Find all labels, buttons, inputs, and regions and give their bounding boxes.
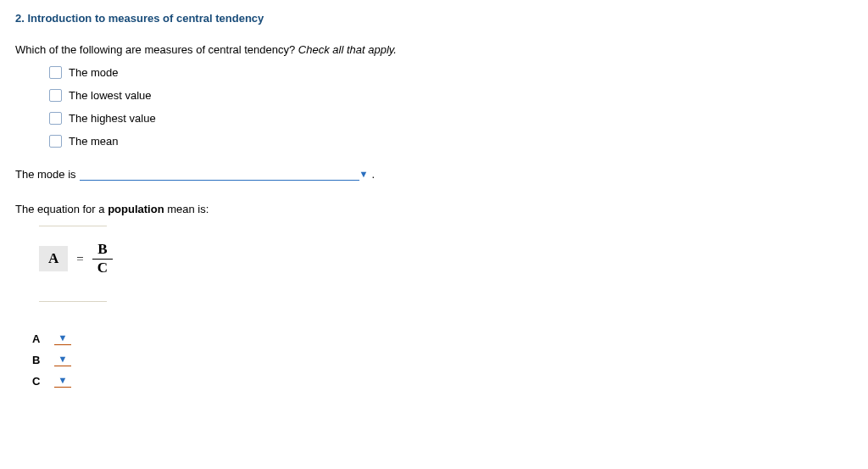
divider: [39, 226, 107, 226]
fill-trail-text: .: [371, 168, 375, 181]
variable-row: B ▼: [32, 354, 853, 366]
equals-sign: =: [76, 252, 83, 266]
checkbox-icon[interactable]: [49, 66, 62, 79]
equation-intro-t1: The equation for a: [15, 203, 108, 215]
checkbox-label: The mean: [69, 135, 119, 148]
variable-dropdown[interactable]: ▼: [54, 376, 71, 388]
dropdown-underline: [54, 344, 71, 345]
variable-dropdown[interactable]: ▼: [54, 355, 71, 366]
checkbox-option[interactable]: The lowest value: [49, 89, 853, 102]
question-prompt: Which of the following are measures of c…: [15, 43, 853, 56]
dropdown-blank[interactable]: [80, 168, 359, 181]
divider: [39, 301, 107, 302]
dropdown-underline: [54, 366, 71, 366]
chevron-down-icon: ▼: [58, 355, 68, 364]
fraction-denominator: C: [92, 259, 113, 276]
variable-row: C ▼: [32, 375, 853, 388]
checkbox-label: The mode: [69, 66, 119, 79]
checkbox-option[interactable]: The mean: [49, 135, 853, 148]
equation-intro-t2: mean is:: [164, 203, 209, 215]
checkbox-icon[interactable]: [49, 89, 62, 102]
checkbox-label: The lowest value: [69, 89, 152, 102]
equation-lhs-box[interactable]: A: [39, 246, 68, 271]
variable-label: B: [32, 354, 44, 366]
equation-block: A = B C: [39, 242, 853, 276]
fraction-numerator: B: [92, 242, 112, 259]
checkbox-icon[interactable]: [49, 112, 62, 125]
section-title: 2. Introduction to measures of central t…: [15, 12, 853, 25]
variable-row: A ▼: [32, 332, 853, 345]
equation-fraction: B C: [92, 242, 113, 276]
chevron-down-icon: ▼: [58, 376, 68, 385]
checkbox-option[interactable]: The mode: [49, 66, 853, 79]
fill-lead-text: The mode is: [15, 168, 76, 181]
variable-label: A: [32, 332, 44, 345]
question-instruction: Check all that apply.: [298, 43, 397, 56]
chevron-down-icon[interactable]: ▼: [359, 169, 369, 179]
fill-in-blank-row: The mode is ▼ .: [15, 168, 853, 181]
dropdown-underline: [54, 387, 71, 388]
question-text: Which of the following are measures of c…: [15, 43, 298, 56]
variable-label: C: [32, 375, 44, 388]
variable-dropdown-list: A ▼ B ▼ C ▼: [32, 332, 853, 388]
checkbox-icon[interactable]: [49, 135, 62, 148]
equation-intro-bold: population: [108, 203, 164, 215]
variable-dropdown[interactable]: ▼: [54, 333, 71, 345]
checkbox-label: The highest value: [69, 112, 156, 125]
checkbox-list: The mode The lowest value The highest va…: [49, 66, 853, 148]
chevron-down-icon: ▼: [58, 333, 68, 343]
equation-intro: The equation for a population mean is:: [15, 203, 853, 215]
checkbox-option[interactable]: The highest value: [49, 112, 853, 125]
